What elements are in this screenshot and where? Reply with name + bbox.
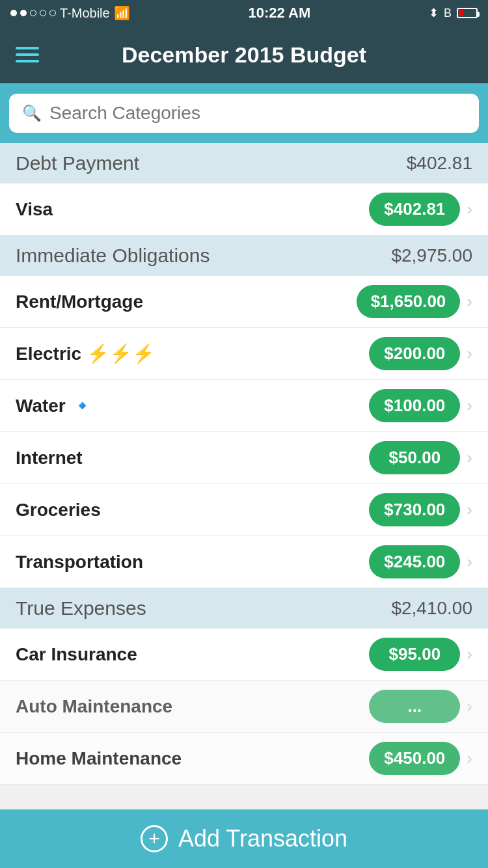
amount-badge-home-maintenance: $450.00: [369, 742, 460, 775]
item-right-transportation: $245.00 ›: [369, 545, 472, 578]
status-right: ⬍ B: [429, 6, 478, 20]
item-right-home-maintenance: $450.00 ›: [369, 742, 472, 775]
menu-button[interactable]: [16, 47, 39, 62]
hamburger-line-2: [16, 53, 39, 56]
list-item[interactable]: Groceries $730.00 ›: [0, 484, 488, 536]
add-transaction-label: Add Transaction: [178, 825, 347, 852]
chevron-icon-visa: ›: [467, 199, 472, 219]
list-item[interactable]: Internet $50.00 ›: [0, 432, 488, 484]
add-icon: +: [141, 825, 168, 852]
group-total-true: $2,410.00: [391, 598, 472, 619]
group-title-immediate: Immediate Obligations: [16, 245, 210, 267]
group-header-immediate: Immediate Obligations $2,975.00: [0, 236, 488, 276]
list-item[interactable]: Auto Maintenance ... ›: [0, 681, 488, 733]
item-name-transportation: Transportation: [16, 552, 143, 573]
item-name-groceries: Groceries: [16, 500, 101, 521]
chevron-icon-internet: ›: [467, 448, 472, 468]
amount-badge-auto-maintenance: ...: [369, 690, 460, 723]
dot-3: [30, 10, 36, 16]
amount-badge-groceries: $730.00: [369, 493, 460, 526]
hamburger-line-1: [16, 47, 39, 49]
list-item[interactable]: Car Insurance $95.00 ›: [0, 629, 488, 681]
list-item[interactable]: Rent/Mortgage $1,650.00 ›: [0, 276, 488, 328]
item-right-electric: $200.00 ›: [369, 337, 472, 370]
chevron-icon-water: ›: [467, 396, 472, 416]
chevron-icon-groceries: ›: [467, 500, 472, 520]
group-title-debt: Debt Payment: [16, 152, 139, 174]
item-name-car-insurance: Car Insurance: [16, 644, 137, 665]
group-title-true: True Expenses: [16, 597, 146, 619]
item-right-internet: $50.00 ›: [369, 441, 472, 474]
plus-icon: +: [148, 828, 160, 850]
battery-icon: [457, 8, 478, 18]
list-item[interactable]: Transportation $245.00 ›: [0, 536, 488, 588]
group-total-immediate: $2,975.00: [391, 245, 472, 266]
search-container: 🔍: [0, 83, 488, 143]
signal-dots: [10, 10, 56, 16]
item-name-electric: Electric ⚡⚡⚡: [16, 343, 155, 364]
chevron-icon-home-maintenance: ›: [467, 748, 472, 768]
search-icon: 🔍: [22, 104, 42, 122]
amount-badge-electric: $200.00: [369, 337, 460, 370]
item-name-water: Water 🔹: [16, 395, 94, 416]
item-right-rent: $1,650.00 ›: [357, 285, 472, 318]
status-bar: T-Mobile 📶 10:22 AM ⬍ B: [0, 0, 488, 26]
dot-4: [40, 10, 46, 16]
search-wrapper: 🔍: [9, 94, 479, 133]
chevron-icon-auto-maintenance: ›: [467, 696, 472, 716]
item-right-water: $100.00 ›: [369, 389, 472, 422]
group-total-debt: $402.81: [407, 153, 472, 174]
item-name-internet: Internet: [16, 448, 83, 468]
group-header-true: True Expenses $2,410.00: [0, 588, 488, 629]
location-icon: ⬍: [429, 6, 439, 20]
amount-badge-transportation: $245.00: [369, 545, 460, 578]
dot-5: [49, 10, 56, 16]
item-name-rent: Rent/Mortgage: [16, 292, 143, 312]
nav-bar: December 2015 Budget: [0, 26, 488, 83]
list-item[interactable]: Visa $402.81 ›: [0, 183, 488, 236]
chevron-icon-electric: ›: [467, 344, 472, 364]
bluetooth-icon: B: [444, 7, 452, 20]
list-item[interactable]: Water 🔹 $100.00 ›: [0, 380, 488, 432]
page-title: December 2015 Budget: [122, 42, 366, 68]
status-left: T-Mobile 📶: [10, 5, 130, 21]
wifi-icon: 📶: [114, 5, 130, 21]
chevron-icon-rent: ›: [467, 292, 472, 312]
search-input[interactable]: [49, 103, 466, 124]
amount-badge-car-insurance: $95.00: [369, 638, 460, 671]
item-name-visa: Visa: [16, 199, 53, 220]
item-name-home-maintenance: Home Maintenance: [16, 748, 182, 769]
list-item[interactable]: Electric ⚡⚡⚡ $200.00 ›: [0, 328, 488, 380]
item-right-visa: $402.81 ›: [369, 193, 472, 226]
dot-2: [20, 10, 27, 16]
item-name-auto-maintenance: Auto Maintenance: [16, 696, 172, 717]
add-transaction-button[interactable]: + Add Transaction: [0, 809, 488, 868]
list-item[interactable]: Home Maintenance $450.00 ›: [0, 733, 488, 785]
item-right-groceries: $730.00 ›: [369, 493, 472, 526]
chevron-icon-car-insurance: ›: [467, 644, 472, 664]
amount-badge-internet: $50.00: [369, 441, 460, 474]
dot-1: [10, 10, 17, 16]
chevron-icon-transportation: ›: [467, 552, 472, 572]
group-header-debt: Debt Payment $402.81: [0, 143, 488, 183]
status-time: 10:22 AM: [248, 5, 310, 21]
hamburger-line-3: [16, 60, 39, 62]
amount-badge-rent: $1,650.00: [357, 285, 461, 318]
amount-badge-visa: $402.81: [369, 193, 460, 226]
item-right-car-insurance: $95.00 ›: [369, 638, 472, 671]
amount-badge-water: $100.00: [369, 389, 460, 422]
item-right-auto-maintenance: ... ›: [369, 690, 472, 723]
carrier-label: T-Mobile: [60, 6, 110, 21]
